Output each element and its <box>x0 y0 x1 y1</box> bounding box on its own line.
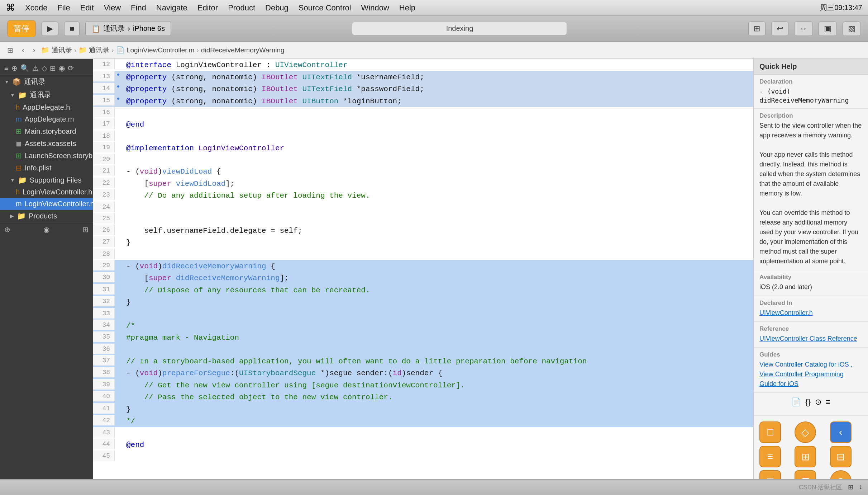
sidebar-item-loginvc-m[interactable]: m LoginViewController.m <box>0 198 93 210</box>
scheme-selector[interactable]: 📋 通讯录 › iPhone 6s <box>85 21 171 36</box>
plist-icon: ⊟ <box>16 164 22 172</box>
play-icon: ▶ <box>47 24 53 33</box>
qh-reference-value[interactable]: UIViewController Class Reference <box>759 334 862 344</box>
menu-window[interactable]: Window <box>361 3 389 13</box>
sidebar-group-products[interactable]: ▶ 📁 Products <box>0 210 93 222</box>
code-content[interactable]: 12 @interface LoginViewController : UIVi… <box>93 59 753 479</box>
sidebar-icon-6[interactable]: ⊞ <box>50 64 56 72</box>
line-number: 20 <box>93 154 115 164</box>
sidebar-icon-5[interactable]: ◇ <box>42 64 47 72</box>
line-number: 24 <box>93 202 115 212</box>
menu-edit[interactable]: Edit <box>80 3 94 13</box>
sidebar-item-appdelegate-m[interactable]: m AppDelegate.m <box>0 113 93 125</box>
obj-icon-container[interactable]: ⊟ <box>830 446 852 467</box>
nav-back-btn[interactable]: ‹ <box>19 44 27 56</box>
menu-xcode[interactable]: Xcode <box>25 3 47 13</box>
sidebar-item-main-storyboard[interactable]: ⊞ Main.storyboard <box>0 125 93 137</box>
breakpoint-dot[interactable]: ● <box>115 71 122 79</box>
history-inspector-icon[interactable]: {} <box>805 397 811 407</box>
qh-declaration: Declaration - (void)didReceiveMemoryWarn… <box>754 75 868 109</box>
qh-guides: Guides View Controller Catalog for iOS ,… <box>754 348 868 393</box>
code-line: 41 } <box>93 403 753 415</box>
line-number: 44 <box>93 439 115 449</box>
sidebar-icon-3[interactable]: 🔍 <box>20 64 29 72</box>
code-editor[interactable]: 12 @interface LoginViewController : UIVi… <box>93 59 753 479</box>
layout-btn-2[interactable]: ↩ <box>771 22 788 36</box>
obj-icon-rect[interactable]: □ <box>759 470 781 479</box>
code-line: 24 <box>93 202 753 213</box>
group-label: Products <box>29 212 57 220</box>
sidebar-icon-4[interactable]: ⚠ <box>32 64 39 72</box>
sidebar-item-launchscreen[interactable]: ⊞ LaunchScreen.storyboard <box>0 150 93 162</box>
sidebar-icon-2[interactable]: ⊕ <box>11 64 18 72</box>
obj-icon-nav[interactable]: ‹ <box>830 421 852 443</box>
pause-button[interactable]: 暂停 <box>7 20 36 37</box>
nav-left-panel-btn[interactable]: ⊞ <box>4 44 16 56</box>
sidebar-icon-7[interactable]: ◉ <box>59 64 65 72</box>
menu-product[interactable]: Product <box>228 3 255 13</box>
quick-help-icon[interactable]: ⊙ <box>815 397 821 407</box>
sidebar-icon-8[interactable]: ⟳ <box>68 64 74 72</box>
apple-menu[interactable]: ⌘ <box>6 2 15 13</box>
obj-icon-grid[interactable]: ⊞ <box>795 470 816 479</box>
add-file-btn[interactable]: ⊕ <box>4 225 10 234</box>
filter-btn[interactable]: ◉ <box>43 225 49 234</box>
line-code: // Get the new view controller using [se… <box>122 379 753 391</box>
menu-source-control[interactable]: Source Control <box>299 3 351 13</box>
menu-file[interactable]: File <box>57 3 70 13</box>
menu-debug[interactable]: Debug <box>265 3 288 13</box>
layout-btn-3[interactable]: ↔ <box>794 22 813 36</box>
line-number: 42 <box>93 415 115 425</box>
line-code: [super didReceiveMemoryWarning]; <box>122 272 753 284</box>
sidebar-group-tongxunlu[interactable]: ▼ 📁 通讯录 <box>0 88 93 102</box>
more-btn[interactable]: ⊞ <box>82 225 89 234</box>
obj-icon-table[interactable]: ≡ <box>759 446 781 467</box>
obj-icon-view[interactable]: □ <box>759 421 781 443</box>
h-file-icon: h <box>16 188 20 196</box>
sidebar-toolbar: ≡ ⊕ 🔍 ⚠ ◇ ⊞ ◉ ⟳ <box>0 62 93 75</box>
code-line: 22 [super viewDidLoad]; <box>93 178 753 190</box>
line-code <box>122 249 753 249</box>
breakpoint-dot[interactable]: ● <box>115 95 122 103</box>
menu-view[interactable]: View <box>104 3 121 13</box>
line-number: 33 <box>93 308 115 319</box>
menu-navigate[interactable]: Navigate <box>156 3 187 13</box>
obj-icon-circle[interactable]: ⊙ <box>830 470 852 479</box>
grid-icon[interactable]: ⊞ <box>848 483 853 491</box>
sidebar-item-assets[interactable]: ◼ Assets.xcassets <box>0 137 93 150</box>
file-inspector-icon[interactable]: 📄 <box>791 397 801 407</box>
stop-button[interactable]: ■ <box>64 22 80 36</box>
chevron-icon: › <box>128 24 130 33</box>
menu-editor[interactable]: Editor <box>197 3 218 13</box>
menu-help[interactable]: Help <box>399 3 415 13</box>
breadcrumb-project[interactable]: 📁 通讯录 <box>41 46 72 55</box>
qh-declared-value[interactable]: UIViewController.h <box>759 308 862 318</box>
layout-btn-1[interactable]: ⊞ <box>748 22 766 36</box>
line-number: 18 <box>93 131 115 141</box>
sidebar-icon-1[interactable]: ≡ <box>4 64 9 72</box>
layout-btn-5[interactable]: ▧ <box>843 22 861 36</box>
sidebar-item-project[interactable]: ▼ 📦 通讯录 <box>0 75 93 88</box>
menu-find[interactable]: Find <box>131 3 146 13</box>
qh-guides-value[interactable]: View Controller Catalog for iOS , View C… <box>759 360 862 389</box>
nav-forward-btn[interactable]: › <box>30 44 38 56</box>
play-button[interactable]: ▶ <box>42 22 58 36</box>
line-number: 40 <box>93 391 115 401</box>
breakpoint-dot[interactable]: ● <box>115 83 122 90</box>
sidebar-item-appdelegate-h[interactable]: h AppDelegate.h <box>0 102 93 113</box>
obj-icon-control[interactable]: ◇ <box>795 421 816 443</box>
split-icon[interactable]: ↕ <box>859 483 862 491</box>
line-code: } <box>122 296 753 308</box>
sidebar-item-infoplist[interactable]: ⊟ Info.plist <box>0 162 93 174</box>
layout-btn-4[interactable]: ▣ <box>819 22 837 36</box>
inspector-object-palette: □ ◇ ‹ ≡ ⊞ ⊟ □ ⊞ ⊙ <box>754 415 868 479</box>
accessibility-icon[interactable]: ≡ <box>826 397 830 407</box>
line-number: 14 <box>93 83 115 93</box>
line-number: 45 <box>93 451 115 461</box>
breadcrumb-method[interactable]: didReceiveMemoryWarning <box>201 46 285 54</box>
sidebar-group-supporting[interactable]: ▼ 📁 Supporting Files <box>0 174 93 186</box>
sidebar-item-loginvc-h[interactable]: h LoginViewController.h <box>0 186 93 198</box>
breadcrumb-file[interactable]: 📄 LoginViewController.m <box>116 46 195 54</box>
breadcrumb-group[interactable]: 📁 通讯录 <box>78 46 109 55</box>
obj-icon-collection[interactable]: ⊞ <box>795 446 816 467</box>
